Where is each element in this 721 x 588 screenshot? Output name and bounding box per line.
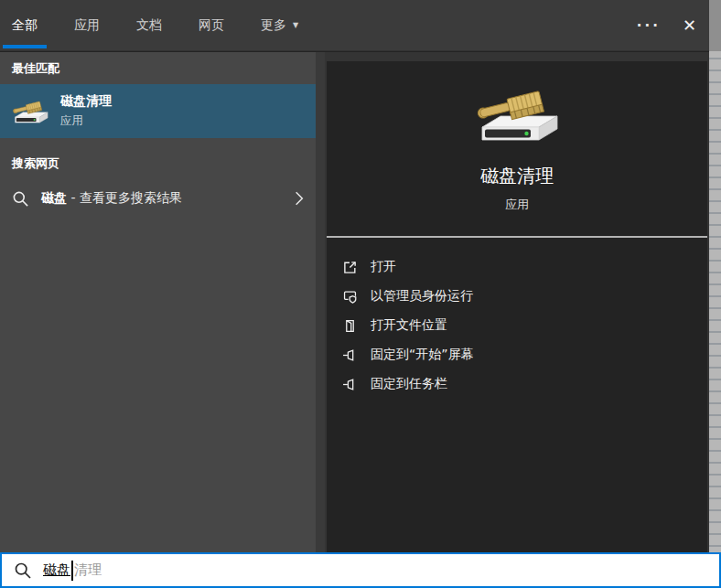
action-open[interactable]: 打开 xyxy=(341,252,707,282)
topbar-actions: ··· ✕ xyxy=(637,0,696,50)
action-label: 以管理员身份运行 xyxy=(371,288,473,305)
panel-divider-strip xyxy=(316,52,325,552)
selected-tab-underline xyxy=(3,45,47,48)
file-location-icon xyxy=(341,318,358,334)
windows-search-flyout: 全部 应用 文档 网页 更多 ▼ ··· ✕ 最佳匹配 xyxy=(0,0,721,588)
tab-apps[interactable]: 应用 xyxy=(65,0,109,50)
close-icon[interactable]: ✕ xyxy=(683,17,696,34)
action-label: 固定到任务栏 xyxy=(371,376,447,392)
disk-cleanup-icon xyxy=(475,85,559,142)
web-query: 磁盘 xyxy=(41,190,67,205)
filter-tabs: 全部 应用 文档 网页 更多 ▼ xyxy=(0,0,307,50)
action-run-as-admin[interactable]: 以管理员身份运行 xyxy=(341,282,707,311)
pin-icon xyxy=(341,347,358,363)
search-filter-tabbar: 全部 应用 文档 网页 更多 ▼ ··· ✕ xyxy=(0,0,709,51)
chevron-down-icon: ▼ xyxy=(293,21,298,29)
results-panel: 最佳匹配 磁盘清理 应用 搜索网页 磁盘 - 查看更多搜索结果 xyxy=(0,52,316,552)
action-pin-to-taskbar[interactable]: 固定到任务栏 xyxy=(341,369,707,399)
tab-all[interactable]: 全部 xyxy=(3,0,47,50)
tab-more-label: 更多 xyxy=(261,17,286,34)
result-subtitle: 应用 xyxy=(60,113,112,129)
text-caret xyxy=(71,561,73,581)
best-match-texts: 磁盘清理 应用 xyxy=(60,93,112,129)
tab-more[interactable]: 更多 ▼ xyxy=(252,0,307,50)
web-query-suffix: - 查看更多搜索结果 xyxy=(67,190,182,205)
web-search-result[interactable]: 磁盘 - 查看更多搜索结果 xyxy=(0,179,316,218)
open-icon xyxy=(341,260,358,275)
inline-suggestion: 清理 xyxy=(74,561,102,579)
app-actions-list: 打开 以管理员身份运行 xyxy=(327,238,707,399)
more-options-icon[interactable]: ··· xyxy=(637,17,661,34)
app-title: 磁盘清理 xyxy=(327,164,707,188)
run-as-admin-icon xyxy=(341,289,358,305)
app-subtitle: 应用 xyxy=(327,197,707,213)
search-web-header: 搜索网页 xyxy=(0,147,316,179)
tab-all-label: 全部 xyxy=(12,17,38,34)
search-query-value: 磁盘 xyxy=(43,561,70,579)
tab-web[interactable]: 网页 xyxy=(189,0,233,50)
web-search-text: 磁盘 - 查看更多搜索结果 xyxy=(41,190,182,207)
tab-documents[interactable]: 文档 xyxy=(127,0,171,50)
action-label: 固定到“开始”屏幕 xyxy=(371,347,474,363)
preview-panel: 磁盘清理 应用 打开 xyxy=(325,52,709,552)
tab-documents-label: 文档 xyxy=(136,17,162,34)
search-icon xyxy=(14,561,32,580)
action-pin-to-start[interactable]: 固定到“开始”屏幕 xyxy=(341,340,707,369)
tab-web-label: 网页 xyxy=(199,17,224,34)
disk-cleanup-icon xyxy=(12,99,48,123)
pin-icon xyxy=(341,377,358,392)
background-window xyxy=(709,0,721,588)
search-input[interactable]: 磁盘清理 xyxy=(0,552,721,588)
best-match-result-disk-cleanup[interactable]: 磁盘清理 应用 xyxy=(0,84,316,138)
best-match-header: 最佳匹配 xyxy=(0,52,316,84)
action-open-file-location[interactable]: 打开文件位置 xyxy=(341,311,707,340)
preview-content: 磁盘清理 应用 打开 xyxy=(327,61,707,552)
search-text: 磁盘清理 xyxy=(43,561,102,581)
chevron-right-icon[interactable] xyxy=(295,190,304,207)
result-title: 磁盘清理 xyxy=(60,93,112,110)
tab-apps-label: 应用 xyxy=(74,17,100,34)
app-hero: 磁盘清理 应用 xyxy=(327,61,707,213)
action-label: 打开 xyxy=(371,259,396,275)
search-icon xyxy=(12,190,29,208)
action-label: 打开文件位置 xyxy=(371,317,447,334)
